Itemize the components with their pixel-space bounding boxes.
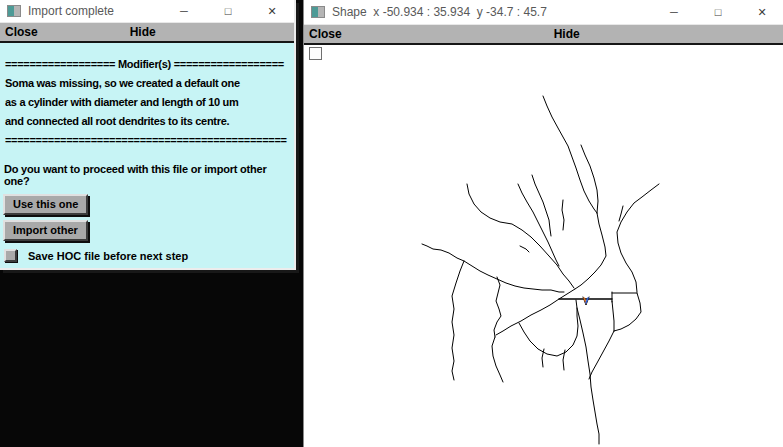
caption-buttons: ─ □ ✕ — [162, 0, 294, 22]
import-window-title: Import complete — [28, 4, 114, 18]
dendrite-branch — [575, 213, 606, 289]
caption-buttons: ─ □ ✕ — [652, 0, 783, 24]
message-line: ========================================… — [5, 131, 289, 150]
neuron-morphology-plot — [304, 45, 783, 447]
graph-menu-box[interactable] — [309, 47, 322, 60]
message-line: Soma was missing, so we created a defaul… — [5, 74, 289, 93]
dendrite-branch — [422, 244, 564, 292]
import-complete-window: Import complete ─ □ ✕ Close Hide =======… — [0, 0, 296, 270]
minimize-icon[interactable]: ─ — [162, 0, 206, 22]
import-window-menubar: Close Hide — [0, 22, 294, 43]
menu-close[interactable]: Close — [304, 26, 347, 43]
use-this-one-button[interactable]: Use this one — [3, 194, 88, 215]
menu-hide[interactable]: Hide — [125, 24, 161, 41]
save-hoc-checkbox[interactable] — [4, 249, 17, 262]
message-line: and connected all root dendrites to its … — [5, 112, 289, 131]
modifier-message: ================== Modifier(s) =========… — [0, 43, 294, 150]
dendrite-branch — [492, 337, 503, 382]
shape-window: Shape x -50.934 : 35.934 y -34.7 : 45.7 … — [303, 0, 783, 447]
import-window-titlebar[interactable]: Import complete ─ □ ✕ — [0, 0, 294, 22]
dendrite-branch — [518, 184, 559, 266]
save-hoc-label: Save HOC file before next step — [28, 250, 188, 262]
dendrite-branch — [494, 277, 501, 337]
shape-window-title: Shape x -50.934 : 35.934 y -34.7 : 45.7 — [332, 5, 547, 19]
dendrite-branch — [562, 200, 564, 230]
dendrite-branch — [452, 261, 464, 380]
dendrite-branch — [577, 308, 599, 444]
import-other-button[interactable]: Import other — [3, 220, 88, 241]
message-line: as a cylinder with diameter and length o… — [5, 93, 289, 112]
dendrite-branch — [581, 145, 598, 213]
window-image-icon — [311, 6, 325, 18]
choice-buttons: Use this one Import other — [3, 194, 294, 241]
proceed-question: Do you want to proceed with this file or… — [4, 163, 292, 187]
dendrite-branch — [519, 300, 578, 356]
maximize-icon[interactable]: □ — [206, 0, 250, 22]
dendrite-branch — [612, 301, 614, 331]
save-hoc-row: Save HOC file before next step — [4, 249, 188, 262]
menu-close[interactable]: Close — [0, 24, 43, 41]
message-line: ================== Modifier(s) =========… — [5, 55, 289, 74]
dendrite-branch — [543, 96, 597, 213]
close-icon[interactable]: ✕ — [250, 0, 294, 22]
dendrite-branch — [614, 293, 641, 331]
shape-window-titlebar[interactable]: Shape x -50.934 : 35.934 y -34.7 : 45.7 … — [304, 0, 783, 24]
maximize-icon[interactable]: □ — [696, 0, 740, 24]
menu-hide[interactable]: Hide — [549, 26, 585, 43]
desktop: { "import_window": { "title": "Import co… — [0, 0, 783, 447]
window-image-icon — [7, 5, 21, 17]
minimize-icon[interactable]: ─ — [652, 0, 696, 24]
dendrite-branch — [617, 184, 659, 292]
dendrite-branch — [589, 331, 614, 379]
dendrite-branch — [496, 289, 575, 335]
close-icon[interactable]: ✕ — [740, 0, 783, 24]
shape-window-menubar: Close Hide — [304, 24, 783, 45]
dendrite-branch — [532, 175, 551, 236]
shape-plot-canvas[interactable] — [304, 45, 783, 447]
dendrite-branch — [520, 246, 529, 252]
